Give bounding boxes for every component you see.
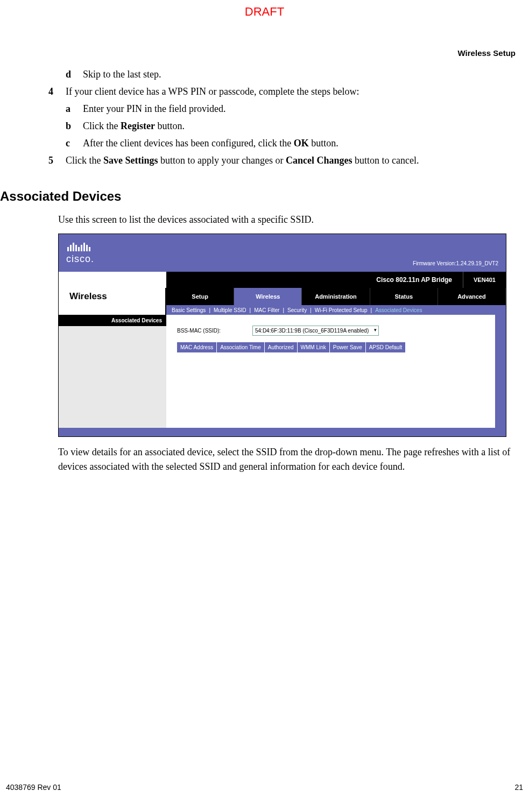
cisco-logo-text: cisco.: [66, 252, 94, 266]
ssid-select[interactable]: 54:D4:6F:3D:11:9B (Cisco_6F3D119A enable…: [252, 326, 379, 336]
subtab-associated-devices[interactable]: Associated Devices: [375, 306, 422, 314]
step-4: 4 If your client device has a WPS PIN or…: [48, 84, 516, 99]
tab-wireless[interactable]: Wireless: [234, 288, 302, 305]
text: Click the Register button.: [83, 119, 185, 133]
th-mac-address: MAC Address: [177, 342, 217, 352]
intro-paragraph: Use this screen to list the devices asso…: [58, 213, 516, 227]
page-section-header: Wireless Setup: [458, 47, 516, 60]
th-association-time: Association Time: [217, 342, 265, 352]
th-power-save: Power Save: [330, 342, 366, 352]
tab-status[interactable]: Status: [370, 288, 438, 305]
marker: 5: [48, 153, 66, 168]
step-4c: c After the client devices has been conf…: [66, 136, 516, 151]
device-title: Cisco 802.11n AP Bridge: [166, 272, 463, 288]
marker: b: [66, 119, 83, 133]
subtab-wps[interactable]: Wi-Fi Protected Setup: [315, 306, 368, 314]
subtab-multiple-ssid[interactable]: Multiple SSID: [214, 306, 246, 314]
text: Click the Save Settings button to apply …: [66, 153, 419, 168]
draft-watermark: DRAFT: [245, 3, 284, 20]
nav-left-label: Wireless: [59, 288, 166, 305]
sidebar-section-label: Associated Devices: [59, 315, 166, 326]
subtab-security[interactable]: Security: [287, 306, 307, 314]
tab-advanced[interactable]: Advanced: [438, 288, 506, 305]
tab-administration[interactable]: Administration: [302, 288, 370, 305]
cisco-logo-bars-icon: [66, 243, 94, 251]
marker: 4: [48, 84, 66, 99]
outro-paragraph: To view details for an associated device…: [58, 445, 516, 474]
th-wmm-link: WMM Link: [298, 342, 330, 352]
marker: d: [66, 67, 83, 82]
step-5: 5 Click the Save Settings button to appl…: [48, 153, 516, 168]
footer-page-number: 21: [514, 782, 523, 793]
step-3d: d Skip to the last step.: [66, 67, 516, 82]
cisco-logo: cisco.: [66, 243, 94, 269]
subtab-mac-filter[interactable]: MAC Filter: [254, 306, 279, 314]
main-tabs: Setup Wireless Administration Status Adv…: [166, 288, 506, 305]
text: Skip to the last step.: [83, 67, 161, 82]
subtab-basic-settings[interactable]: Basic Settings: [172, 306, 206, 314]
th-apsd-default: APSD Default: [366, 342, 406, 352]
firmware-version: Firmware Version:1.24.29.19_DVT2: [413, 259, 498, 269]
step-4a: a Enter your PIN in the field provided.: [66, 102, 516, 116]
step-4b: b Click the Register button.: [66, 119, 516, 133]
device-table-header: MAC Address Association Time Authorized …: [177, 342, 484, 352]
marker: a: [66, 102, 83, 116]
footer-doc-id: 4038769 Rev 01: [6, 782, 61, 793]
text: After the client devices has been config…: [83, 136, 338, 151]
th-authorized: Authorized: [265, 342, 298, 352]
router-admin-screenshot: cisco. Firmware Version:1.24.29.19_DVT2 …: [58, 234, 506, 437]
text: If your client device has a WPS PIN or p…: [66, 84, 359, 99]
section-heading-associated-devices: Associated Devices: [0, 187, 516, 206]
text: Enter your PIN in the field provided.: [83, 102, 225, 116]
device-model: VEN401: [463, 272, 506, 288]
tab-setup[interactable]: Setup: [166, 288, 234, 305]
bss-mac-label: BSS-MAC (SSID):: [177, 327, 252, 335]
marker: c: [66, 136, 83, 151]
